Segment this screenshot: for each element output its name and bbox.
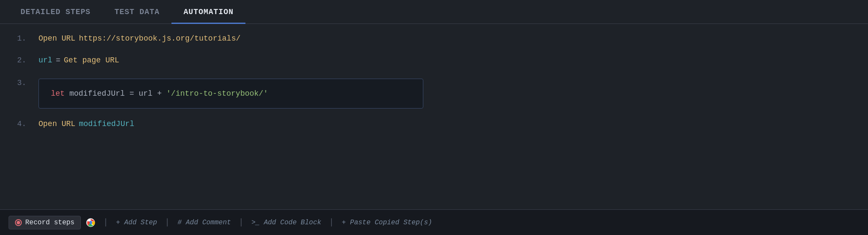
step1-action: Open URL <box>38 32 75 45</box>
step-number-4: 4. <box>17 118 38 130</box>
paste-step-button[interactable]: + Paste Copied Step(s) <box>342 219 432 226</box>
step-content-1: Open URL https://storybook.js.org/tutori… <box>38 32 240 45</box>
chrome-icon[interactable] <box>86 218 95 227</box>
step-row-2: 2. url = Get page URL <box>17 54 851 67</box>
step-row-4: 4. Open URL modifiedJUrl <box>17 118 851 130</box>
separator-3: | <box>239 217 244 227</box>
add-comment-button[interactable]: # Add Comment <box>177 219 231 226</box>
step-content-2: url = Get page URL <box>38 54 119 67</box>
code-var-name: modifiedJUrl = url + <box>69 89 166 98</box>
code-block: let modifiedJUrl = url + '/intro-to-stor… <box>38 79 423 109</box>
add-step-button[interactable]: + Add Step <box>116 219 157 226</box>
add-code-block-button[interactable]: >_ Add Code Block <box>251 219 321 226</box>
separator-4: | <box>329 217 334 227</box>
separator-1: | <box>103 217 108 227</box>
step4-action: Open URL <box>38 118 75 130</box>
step2-eq: = <box>56 54 60 67</box>
step4-variable: modifiedJUrl <box>79 118 134 130</box>
separator-2: | <box>165 217 170 227</box>
step1-url: https://storybook.js.org/tutorials/ <box>79 32 240 45</box>
step-row-1: 1. Open URL https://storybook.js.org/tut… <box>17 32 851 45</box>
code-let-keyword: let <box>51 89 65 98</box>
tabs-bar: DETAILED STEPS TEST DATA AUTOMATION <box>0 0 868 24</box>
tab-test-data[interactable]: TEST DATA <box>103 0 171 24</box>
step-row-3: 3. let modifiedJUrl = url + '/intro-to-s… <box>17 76 851 109</box>
step-number-3: 3. <box>17 79 38 87</box>
step2-get: Get page URL <box>64 54 119 67</box>
record-icon <box>15 219 22 226</box>
content-area: 1. Open URL https://storybook.js.org/tut… <box>0 24 868 209</box>
step-content-4: Open URL modifiedJUrl <box>38 118 134 130</box>
tab-automation[interactable]: AUTOMATION <box>171 0 245 24</box>
code-string-value: '/intro-to-storybook/' <box>166 89 268 98</box>
tab-detailed-steps[interactable]: DETAILED STEPS <box>9 0 103 24</box>
record-steps-button[interactable]: Record steps <box>9 216 81 229</box>
record-icon-inner <box>17 221 20 224</box>
record-label: Record steps <box>25 219 74 226</box>
bottom-toolbar: Record steps | + Add Step | # Add Commen… <box>0 209 868 235</box>
step-number-1: 1. <box>17 32 38 45</box>
step-number-2: 2. <box>17 54 38 67</box>
step2-var: url <box>38 54 52 67</box>
